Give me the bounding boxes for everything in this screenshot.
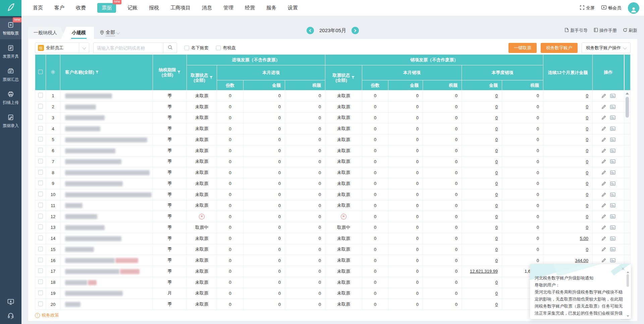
customer-name-cell[interactable] xyxy=(60,90,153,102)
nav-item-5[interactable]: 报税 xyxy=(149,5,159,11)
invoice-card-icon[interactable] xyxy=(610,214,615,219)
popup-scrollbar[interactable] xyxy=(626,271,630,317)
customer-name-cell[interactable] xyxy=(60,299,153,310)
customer-name-header[interactable]: 客户名称(全部) xyxy=(60,55,153,90)
customer-name-cell[interactable] xyxy=(60,112,153,123)
customer-name-cell[interactable] xyxy=(60,233,153,244)
12month-total-link[interactable]: 0 xyxy=(586,104,588,109)
refresh-link[interactable]: 刷新 xyxy=(623,27,637,34)
edit-icon[interactable] xyxy=(601,148,606,153)
manual-link[interactable]: 操作手册 xyxy=(594,27,617,34)
invoice-card-icon[interactable] xyxy=(610,203,615,208)
nav-item-0[interactable]: 首页 xyxy=(33,5,43,11)
customer-name-cell[interactable] xyxy=(60,266,153,277)
12month-total-link[interactable]: 0 xyxy=(586,170,588,175)
quarter-amount-link[interactable]: 0 xyxy=(495,170,498,175)
sidebar-item-0[interactable]: 智能取票new xyxy=(0,18,21,39)
customer-name-cell[interactable] xyxy=(60,255,153,266)
edit-icon[interactable] xyxy=(601,115,606,120)
12month-total-link[interactable]: 0 xyxy=(586,159,588,164)
12month-total-link[interactable]: 0 xyxy=(586,214,588,219)
member-button[interactable]: 畅会员 xyxy=(601,5,621,11)
12month-total-link[interactable]: 0 xyxy=(586,93,588,98)
row-checkbox[interactable] xyxy=(38,137,43,141)
filter-funnel-icon[interactable] xyxy=(177,70,181,75)
row-checkbox[interactable] xyxy=(38,236,43,240)
customer-name-cell[interactable] xyxy=(60,167,153,178)
quarter-amount-link[interactable]: 0 xyxy=(495,236,498,241)
edit-icon[interactable] xyxy=(601,170,606,175)
invoice-card-icon[interactable] xyxy=(610,105,615,109)
12month-total-link[interactable]: 0 xyxy=(586,181,588,186)
edit-icon[interactable] xyxy=(601,214,606,219)
edit-icon[interactable] xyxy=(601,159,606,164)
row-checkbox[interactable] xyxy=(38,115,43,120)
quarter-amount-link[interactable]: 0 xyxy=(495,159,498,164)
filter-funnel-icon[interactable] xyxy=(95,70,99,75)
row-checkbox[interactable] xyxy=(38,224,43,229)
invoice-card-icon[interactable] xyxy=(610,115,615,120)
customer-name-cell[interactable] xyxy=(60,189,153,200)
row-checkbox[interactable] xyxy=(38,170,43,175)
fetch-error-icon[interactable]: ✕ xyxy=(199,214,205,219)
headset-icon[interactable] xyxy=(7,312,14,320)
close-icon[interactable]: ✕ xyxy=(621,266,625,271)
input-status-header[interactable]: 取票状态(全部) xyxy=(187,65,217,90)
quarter-amount-link[interactable]: 0 xyxy=(495,214,498,219)
own-accounts-checkbox-group[interactable]: 名下账套 xyxy=(184,45,209,51)
customer-name-cell[interactable] xyxy=(60,178,153,189)
nav-item-7[interactable]: 消息 xyxy=(202,5,212,11)
12month-total-link[interactable]: 0 xyxy=(586,225,588,230)
select-all-checkbox[interactable] xyxy=(38,70,43,74)
edit-icon[interactable] xyxy=(601,203,606,208)
customer-name-cell[interactable] xyxy=(60,222,153,233)
edit-icon[interactable] xyxy=(601,93,606,98)
customer-name-cell[interactable] xyxy=(60,156,153,167)
row-checkbox[interactable] xyxy=(38,148,43,152)
nav-item-9[interactable]: 经营 xyxy=(245,5,255,11)
invoice-card-icon[interactable] xyxy=(610,159,615,164)
quarter-amount-link[interactable]: 0 xyxy=(495,247,498,252)
12month-total-link[interactable]: 5.00 xyxy=(580,236,588,241)
quarter-amount-link[interactable]: 0 xyxy=(495,148,498,153)
beginner-guide-link[interactable]: 新手引导 xyxy=(565,27,588,34)
nav-item-8[interactable]: 管理 xyxy=(223,5,233,11)
popup-scrollbar-thumb[interactable] xyxy=(627,274,629,287)
tax-period-header[interactable]: 纳税期限(全部) xyxy=(153,55,187,90)
filter-funnel-icon[interactable] xyxy=(209,75,213,80)
invoice-card-icon[interactable] xyxy=(610,225,615,230)
search-button[interactable] xyxy=(163,43,177,53)
quarter-amount-link[interactable]: 0 xyxy=(495,137,498,142)
next-month-button[interactable] xyxy=(352,27,359,34)
row-checkbox[interactable] xyxy=(38,268,43,273)
scroll-up-arrow-icon[interactable] xyxy=(627,271,629,273)
one-click-fetch-button[interactable]: 一键取票 xyxy=(508,43,537,53)
edit-icon[interactable] xyxy=(601,225,606,230)
search-input[interactable] xyxy=(93,43,163,53)
customer-name-cell[interactable] xyxy=(60,211,153,222)
monitor-download-icon[interactable] xyxy=(7,299,14,306)
sidebar-item-2[interactable]: 票据汇总 xyxy=(0,64,21,85)
12month-total-link[interactable]: 0 xyxy=(586,203,588,208)
row-checkbox[interactable] xyxy=(38,159,43,164)
12month-total-link[interactable]: 0 xyxy=(586,115,588,120)
quarter-amount-link[interactable]: 0 xyxy=(495,126,498,131)
customer-name-cell[interactable] xyxy=(60,101,153,112)
scroll-down-arrow-icon[interactable] xyxy=(627,315,629,317)
customer-name-cell[interactable] xyxy=(60,244,153,255)
12month-total-link[interactable]: 344.00 xyxy=(575,258,588,263)
quarter-amount-link[interactable]: 0 xyxy=(495,225,498,230)
row-checkbox[interactable] xyxy=(38,203,43,207)
nav-item-6[interactable]: 工商项目 xyxy=(170,5,191,11)
row-checkbox[interactable] xyxy=(38,214,43,218)
employee-select[interactable]: 组 全部员工 xyxy=(35,43,89,53)
nav-item-11[interactable]: 设置 xyxy=(288,5,298,11)
quarter-amount-link[interactable]: 0 xyxy=(495,291,498,296)
own-accounts-checkbox[interactable] xyxy=(184,46,189,50)
12month-total-link[interactable]: 0 xyxy=(586,137,588,142)
customer-name-cell[interactable] xyxy=(60,145,153,156)
row-checkbox[interactable] xyxy=(38,258,43,262)
sidebar-item-1[interactable]: 发票开具 xyxy=(0,41,21,62)
edit-icon[interactable] xyxy=(601,192,606,197)
app-logo[interactable] xyxy=(0,0,21,16)
